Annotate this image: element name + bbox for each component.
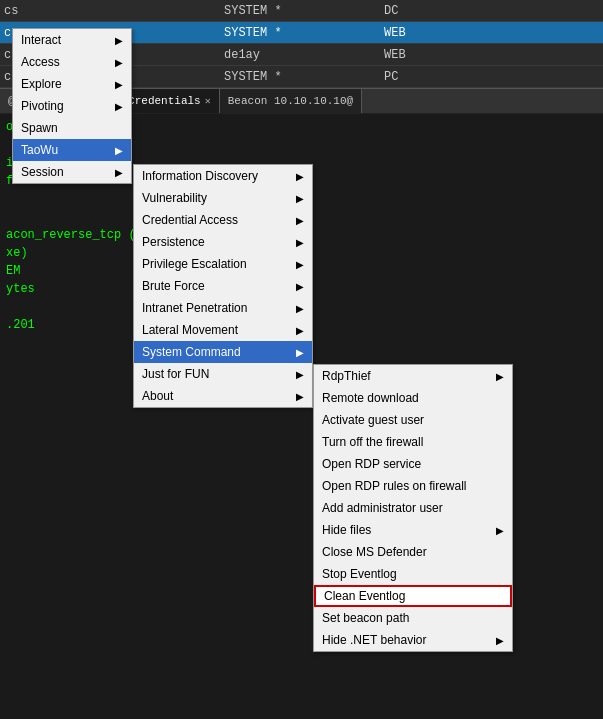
context-menu-l1[interactable]: Interact ▶ Access ▶ Explore ▶ Pivoting ▶… <box>12 28 132 184</box>
submenu-arrow-icon: ▶ <box>296 281 304 292</box>
menu-item-label: Intranet Penetration <box>142 301 247 315</box>
menu-item-rdpthief[interactable]: RdpThief ▶ <box>314 365 512 387</box>
tab-label: Credentials <box>128 95 201 107</box>
menu-item-vulnerability[interactable]: Vulnerability ▶ <box>134 187 312 209</box>
menu-item-label: Brute Force <box>142 279 205 293</box>
menu-item-label: Remote download <box>322 391 419 405</box>
submenu-arrow-icon: ▶ <box>115 57 123 68</box>
menu-item-interact[interactable]: Interact ▶ <box>13 29 131 51</box>
submenu-arrow-icon: ▶ <box>296 171 304 182</box>
tab-label: Beacon 10.10.10.10@ <box>228 95 353 107</box>
menu-item-privilege-escalation[interactable]: Privilege Escalation ▶ <box>134 253 312 275</box>
menu-item-access[interactable]: Access ▶ <box>13 51 131 73</box>
submenu-arrow-icon: ▶ <box>296 193 304 204</box>
submenu-arrow-icon: ▶ <box>296 259 304 270</box>
menu-item-label: Pivoting <box>21 99 64 113</box>
menu-item-pivoting[interactable]: Pivoting ▶ <box>13 95 131 117</box>
submenu-arrow-icon: ▶ <box>496 371 504 382</box>
submenu-arrow-icon: ▶ <box>296 369 304 380</box>
menu-item-persistence[interactable]: Persistence ▶ <box>134 231 312 253</box>
menu-item-label: Add administrator user <box>322 501 443 515</box>
menu-item-brute-force[interactable]: Brute Force ▶ <box>134 275 312 297</box>
cell-dc: DC <box>384 4 484 18</box>
submenu-arrow-icon: ▶ <box>115 145 123 156</box>
menu-item-close-defender[interactable]: Close MS Defender <box>314 541 512 563</box>
submenu-arrow-icon: ▶ <box>496 635 504 646</box>
menu-item-hide-files[interactable]: Hide files ▶ <box>314 519 512 541</box>
menu-item-system-command[interactable]: System Command ▶ <box>134 341 312 363</box>
menu-item-spawn[interactable]: Spawn <box>13 117 131 139</box>
cell-system: SYSTEM * <box>224 26 384 40</box>
submenu-arrow-icon: ▶ <box>296 325 304 336</box>
menu-item-open-rdp-rules[interactable]: Open RDP rules on firewall <box>314 475 512 497</box>
cell-system: de1ay <box>224 48 384 62</box>
menu-item-just-for-fun[interactable]: Just for FUN ▶ <box>134 363 312 385</box>
menu-item-label: Set beacon path <box>322 611 409 625</box>
submenu-arrow-icon: ▶ <box>296 215 304 226</box>
menu-item-activate-guest[interactable]: Activate guest user <box>314 409 512 431</box>
tab-credentials[interactable]: Credentials ✕ <box>120 89 220 113</box>
menu-item-label: Turn off the firewall <box>322 435 423 449</box>
menu-item-hide-net[interactable]: Hide .NET behavior ▶ <box>314 629 512 651</box>
menu-item-label: Vulnerability <box>142 191 207 205</box>
menu-item-label: Hide files <box>322 523 371 537</box>
tab-beacon-ip[interactable]: Beacon 10.10.10.10@ <box>220 89 362 113</box>
menu-item-label: Hide .NET behavior <box>322 633 427 647</box>
menu-item-open-rdp[interactable]: Open RDP service <box>314 453 512 475</box>
menu-item-about[interactable]: About ▶ <box>134 385 312 407</box>
submenu-arrow-icon: ▶ <box>115 35 123 46</box>
menu-item-lateral-movement[interactable]: Lateral Movement ▶ <box>134 319 312 341</box>
submenu-arrow-icon: ▶ <box>296 391 304 402</box>
menu-item-clean-eventlog[interactable]: Clean Eventlog <box>314 585 512 607</box>
menu-item-label: Privilege Escalation <box>142 257 247 271</box>
menu-item-label: Credential Access <box>142 213 238 227</box>
menu-item-label: System Command <box>142 345 241 359</box>
menu-item-label: Close MS Defender <box>322 545 427 559</box>
close-icon[interactable]: ✕ <box>205 95 211 107</box>
context-menu-l2[interactable]: Information Discovery ▶ Vulnerability ▶ … <box>133 164 313 408</box>
cell-dc: WEB <box>384 26 484 40</box>
menu-item-credential-access[interactable]: Credential Access ▶ <box>134 209 312 231</box>
submenu-arrow-icon: ▶ <box>296 303 304 314</box>
menu-item-label: Open RDP service <box>322 457 421 471</box>
menu-item-taowu[interactable]: TaoWu ▶ <box>13 139 131 161</box>
menu-item-label: RdpThief <box>322 369 371 383</box>
submenu-arrow-icon: ▶ <box>296 347 304 358</box>
cell-cs: cs <box>4 4 44 18</box>
menu-item-info-discovery[interactable]: Information Discovery ▶ <box>134 165 312 187</box>
submenu-arrow-icon: ▶ <box>115 79 123 90</box>
submenu-arrow-icon: ▶ <box>496 525 504 536</box>
context-menu-l3[interactable]: RdpThief ▶ Remote download Activate gues… <box>313 364 513 652</box>
submenu-arrow-icon: ▶ <box>115 101 123 112</box>
table-row: cs SYSTEM * DC <box>0 0 603 22</box>
menu-item-label: About <box>142 389 173 403</box>
cell-dc: PC <box>384 70 484 84</box>
menu-item-label: Interact <box>21 33 61 47</box>
menu-item-turn-off-firewall[interactable]: Turn off the firewall <box>314 431 512 453</box>
menu-item-label: Information Discovery <box>142 169 258 183</box>
submenu-arrow-icon: ▶ <box>296 237 304 248</box>
menu-item-label: Access <box>21 55 60 69</box>
menu-item-remote-download[interactable]: Remote download <box>314 387 512 409</box>
submenu-arrow-icon: ▶ <box>115 167 123 178</box>
menu-item-label: Explore <box>21 77 62 91</box>
menu-item-label: Just for FUN <box>142 367 209 381</box>
menu-item-stop-eventlog[interactable]: Stop Eventlog <box>314 563 512 585</box>
cell-system: SYSTEM * <box>224 70 384 84</box>
menu-item-add-admin[interactable]: Add administrator user <box>314 497 512 519</box>
menu-item-set-beacon-path[interactable]: Set beacon path <box>314 607 512 629</box>
menu-item-label: Open RDP rules on firewall <box>322 479 467 493</box>
cell-dc: WEB <box>384 48 484 62</box>
menu-item-explore[interactable]: Explore ▶ <box>13 73 131 95</box>
cell-system: SYSTEM * <box>224 4 384 18</box>
menu-item-label: TaoWu <box>21 143 58 157</box>
menu-item-label: Lateral Movement <box>142 323 238 337</box>
menu-item-session[interactable]: Session ▶ <box>13 161 131 183</box>
menu-item-label: Session <box>21 165 64 179</box>
menu-item-intranet-penetration[interactable]: Intranet Penetration ▶ <box>134 297 312 319</box>
menu-item-label: Persistence <box>142 235 205 249</box>
menu-item-label: Activate guest user <box>322 413 424 427</box>
menu-item-label: Clean Eventlog <box>324 589 405 603</box>
menu-item-label: Stop Eventlog <box>322 567 397 581</box>
menu-item-label: Spawn <box>21 121 58 135</box>
